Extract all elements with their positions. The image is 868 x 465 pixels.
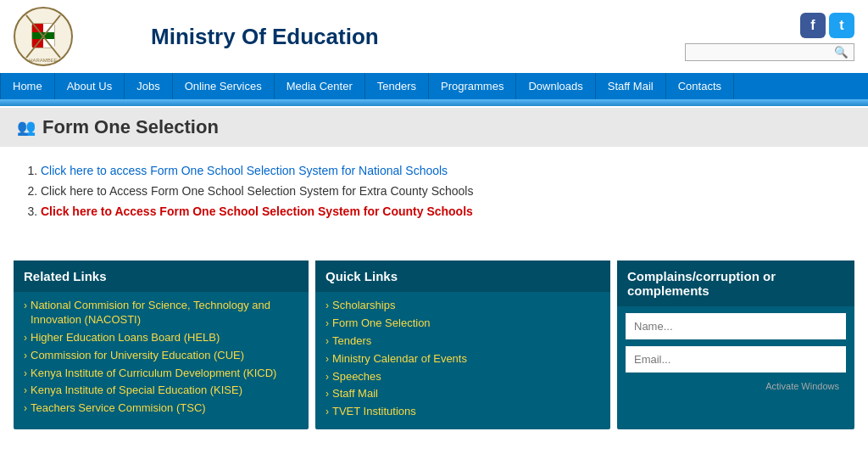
complaints-header: Complains/corruption or complements — [617, 261, 854, 306]
related-link[interactable]: › Teachers Service Commision (TSC) — [24, 401, 298, 416]
related-link[interactable]: › National Commision for Science, Techno… — [24, 299, 298, 328]
quick-link[interactable]: › Form One Selection — [326, 317, 600, 331]
nav-item-about-us[interactable]: About Us — [55, 73, 125, 99]
logo-area: HARAMBEE Ministry Of Education — [14, 7, 379, 66]
header-right: f t 🔍 — [685, 13, 854, 61]
list-item: Click here to access Form One School Sel… — [41, 164, 848, 177]
arrow-icon: › — [24, 350, 27, 363]
related-link[interactable]: › Commission for University Education (C… — [24, 349, 298, 363]
quick-link[interactable]: › TVET Institutions — [326, 405, 600, 419]
related-link[interactable]: › Higher Education Loans Board (HELB) — [24, 331, 298, 345]
quick-link[interactable]: › Staff Mail — [326, 387, 600, 401]
nav-item-staff-mail[interactable]: Staff Mail — [596, 73, 666, 99]
list-item: Click here to Access Form One School Sel… — [41, 184, 848, 198]
site-title: Ministry Of Education — [151, 24, 379, 50]
arrow-icon: › — [326, 353, 329, 367]
list-item: Click here to Access Form One School Sel… — [41, 204, 848, 218]
national-schools-link[interactable]: Click here to access Form One School Sel… — [41, 164, 448, 177]
nav-item-contacts[interactable]: Contacts — [666, 73, 734, 99]
header: HARAMBEE Ministry Of Education f t 🔍 — [0, 0, 868, 73]
nav-item-downloads[interactable]: Downloads — [516, 73, 595, 99]
quick-link[interactable]: › Scholarships — [326, 299, 600, 313]
arrow-icon: › — [326, 388, 329, 401]
related-link[interactable]: › Kenya Institute of Special Education (… — [24, 384, 298, 398]
email-field[interactable] — [626, 346, 846, 373]
related-links-header: Related Links — [14, 261, 309, 292]
name-field[interactable] — [626, 313, 846, 339]
bottom-panels: Related Links › National Commision for S… — [0, 261, 868, 443]
arrow-icon: › — [24, 300, 27, 313]
quick-links-header: Quick Links — [315, 261, 610, 292]
arrow-icon: › — [24, 384, 27, 398]
complaints-panel: Complains/corruption or complements Acti… — [617, 261, 854, 429]
activate-windows-label: Activate Windows — [626, 379, 846, 393]
page-title: Form One Selection — [42, 116, 219, 138]
nav-item-home[interactable]: Home — [0, 73, 55, 99]
main-content: Click here to access Form One School Sel… — [0, 147, 868, 252]
arrow-icon: › — [24, 402, 27, 416]
quick-links-panel: Quick Links › Scholarships › Form One Se… — [315, 261, 610, 429]
nav-item-media-center[interactable]: Media Center — [275, 73, 365, 99]
arrow-icon: › — [326, 371, 329, 384]
nav-bar: Home About Us Jobs Online Services Media… — [0, 73, 868, 99]
arrow-icon: › — [326, 317, 329, 331]
quick-links-body: › Scholarships › Form One Selection › Te… — [315, 292, 610, 429]
facebook-icon[interactable]: f — [800, 13, 826, 38]
search-input[interactable] — [689, 46, 832, 59]
arrow-icon: › — [326, 300, 329, 313]
search-bar: 🔍 — [685, 43, 854, 61]
nav-item-online-services[interactable]: Online Services — [173, 73, 275, 99]
related-links-body: › National Commision for Science, Techno… — [14, 292, 309, 426]
arrow-icon: › — [326, 335, 329, 349]
nav-item-tenders[interactable]: Tenders — [365, 73, 429, 99]
arrow-icon: › — [24, 367, 27, 381]
quick-link[interactable]: › Tenders — [326, 334, 600, 349]
related-links-panel: Related Links › National Commision for S… — [14, 261, 309, 429]
page-title-icon: 👥 — [17, 118, 36, 137]
related-link[interactable]: › Kenya Institute of Curriculum Developm… — [24, 367, 298, 381]
quick-link[interactable]: › Ministry Calendar of Events — [326, 352, 600, 367]
nav-item-programmes[interactable]: Programmes — [429, 73, 516, 99]
page-title-bar: 👥 Form One Selection — [0, 108, 868, 147]
search-button[interactable]: 🔍 — [832, 46, 850, 59]
svg-text:HARAMBEE: HARAMBEE — [29, 58, 58, 63]
arrow-icon: › — [326, 406, 329, 419]
crest-icon: HARAMBEE — [14, 7, 73, 66]
selection-list: Click here to access Form One School Sel… — [20, 164, 848, 218]
twitter-icon[interactable]: t — [829, 13, 854, 38]
county-schools-link[interactable]: Click here to Access Form One School Sel… — [41, 204, 473, 218]
extra-county-text: Click here to Access Form One School Sel… — [41, 184, 473, 198]
nav-item-jobs[interactable]: Jobs — [125, 73, 172, 99]
social-icons: f t — [800, 13, 854, 38]
arrow-icon: › — [24, 332, 27, 345]
quick-link[interactable]: › Speeches — [326, 370, 600, 384]
complaints-body: Activate Windows — [617, 306, 854, 400]
blue-stripe — [0, 99, 868, 106]
